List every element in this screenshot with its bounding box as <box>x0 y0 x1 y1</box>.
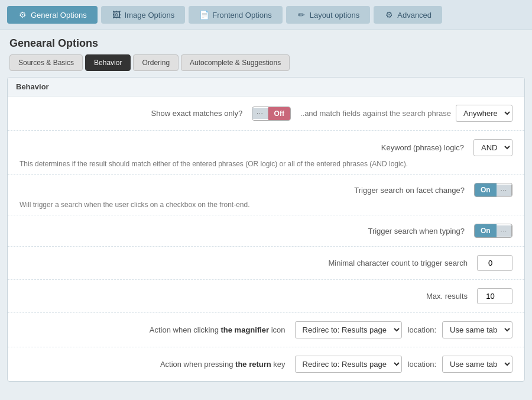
tab-layout-label: Layout options <box>310 11 360 20</box>
sub-tab-behavior[interactable]: Behavior <box>85 54 131 71</box>
toggle-dots-icon: ··· <box>252 108 268 119</box>
keyword-logic-label: Keyword (phrase) logic? <box>20 143 473 152</box>
facet-change-label: Trigger search on facet change? <box>20 186 474 195</box>
match-fields-select[interactable]: Anywhere Exact Beginning <box>456 105 512 122</box>
tab-layout[interactable]: ✏ Layout options <box>286 6 371 24</box>
extra-label: ..and match fields against the search ph… <box>300 109 451 118</box>
min-char-row: Minimal character count to trigger searc… <box>8 247 524 279</box>
image-icon: 🖼 <box>112 10 121 20</box>
tab-image-label: Image Options <box>125 11 175 20</box>
keyword-logic-description: This determines if the result should mat… <box>8 160 524 174</box>
tab-advanced-label: Advanced <box>397 11 432 20</box>
facet-change-description: Will trigger a search when the user clic… <box>8 201 524 215</box>
facet-change-toggle[interactable]: On ··· <box>474 183 512 197</box>
max-results-control <box>477 288 512 304</box>
frontend-icon: 📄 <box>199 10 209 20</box>
layout-icon: ✏ <box>297 10 306 20</box>
max-results-label: Max. results <box>20 292 477 301</box>
tab-frontend[interactable]: 📄 Frontend Options <box>189 6 282 24</box>
return-location-select[interactable]: Use same tab Open new tab <box>442 356 512 373</box>
typing-label: Trigger search when typing? <box>20 227 474 236</box>
return-key-block: Action when pressing the return key Redi… <box>8 347 524 381</box>
sub-tab-autocomplete[interactable]: Autocomplete & Suggestions <box>181 54 290 71</box>
toggle-dots-icon: ··· <box>497 185 512 196</box>
max-results-input[interactable] <box>477 288 512 304</box>
tab-general[interactable]: ⚙ General Options <box>7 6 98 24</box>
min-char-block: Minimal character count to trigger searc… <box>8 247 524 280</box>
min-char-control <box>477 255 512 271</box>
gear-icon: ⚙ <box>18 10 27 20</box>
sub-tab-ordering[interactable]: Ordering <box>133 54 179 71</box>
exact-matches-row: Show exact matches only? ··· Off ..and m… <box>8 96 524 130</box>
max-results-row: Max. results <box>8 280 524 312</box>
magnifier-block: Action when clicking the magnifier icon … <box>8 313 524 347</box>
toggle-on-state: On <box>475 183 497 196</box>
return-location-label: location: <box>408 360 436 369</box>
magnifier-label-suffix: icon <box>269 325 285 334</box>
magnifier-location-label: location: <box>408 325 436 334</box>
magnifier-label-prefix: Action when clicking <box>150 325 221 334</box>
max-results-block: Max. results <box>8 280 524 313</box>
return-label-bold: the return <box>235 360 271 369</box>
typing-row: Trigger search when typing? On ··· <box>8 215 524 246</box>
section-title: Behavior <box>8 78 524 96</box>
tab-frontend-label: Frontend Options <box>212 11 271 20</box>
facet-change-control: On ··· <box>474 183 512 197</box>
magnifier-label: Action when clicking the magnifier icon <box>20 325 295 334</box>
return-label-prefix: Action when pressing <box>160 360 235 369</box>
toggle-on-typing: On <box>475 224 497 237</box>
keyword-logic-select[interactable]: AND OR <box>473 139 512 156</box>
magnifier-action-select[interactable]: Redirec to: Results page Open modal Inli… <box>295 321 402 338</box>
min-char-input[interactable] <box>477 255 512 271</box>
tab-general-label: General Options <box>31 11 87 20</box>
typing-block: Trigger search when typing? On ··· <box>8 215 524 247</box>
toggle-dots-typing-icon: ··· <box>497 225 512 237</box>
magnifier-controls: Redirec to: Results page Open modal Inli… <box>295 321 512 338</box>
sub-tabs: Sources & Basics Behavior Ordering Autoc… <box>0 54 532 77</box>
tab-image[interactable]: 🖼 Image Options <box>101 6 186 24</box>
typing-control: On ··· <box>474 224 512 238</box>
return-key-controls: Redirec to: Results page Open modal Inli… <box>295 356 512 373</box>
magnifier-label-bold: the magnifier <box>220 325 269 334</box>
advanced-icon: ⚙ <box>384 10 394 20</box>
return-key-label: Action when pressing the return key <box>20 360 295 369</box>
tab-advanced[interactable]: ⚙ Advanced <box>374 6 442 24</box>
magnifier-row: Action when clicking the magnifier icon … <box>8 313 524 347</box>
exact-matches-block: Show exact matches only? ··· Off ..and m… <box>8 96 524 131</box>
exact-matches-toggle[interactable]: ··· Off <box>252 107 291 121</box>
top-navigation: ⚙ General Options 🖼 Image Options 📄 Fron… <box>0 0 532 30</box>
main-content: Behavior Show exact matches only? ··· Of… <box>7 77 525 382</box>
exact-matches-control: ··· Off ..and match fields against the s… <box>252 105 512 122</box>
facet-change-block: Trigger search on facet change? On ··· W… <box>8 175 524 215</box>
toggle-off-state: Off <box>268 107 290 120</box>
min-char-label: Minimal character count to trigger searc… <box>20 259 477 267</box>
typing-toggle[interactable]: On ··· <box>474 224 512 238</box>
return-key-row: Action when pressing the return key Redi… <box>8 347 524 381</box>
return-label-suffix: key <box>271 360 286 369</box>
magnifier-location-select[interactable]: Use same tab Open new tab <box>442 321 512 338</box>
exact-matches-label: Show exact matches only? <box>20 109 252 118</box>
return-action-select[interactable]: Redirec to: Results page Open modal Inli… <box>295 356 402 373</box>
page-title: Genearal Options <box>0 30 532 54</box>
keyword-logic-block: Keyword (phrase) logic? AND OR This dete… <box>8 131 524 175</box>
sub-tab-sources[interactable]: Sources & Basics <box>9 54 83 71</box>
keyword-logic-control: AND OR <box>473 139 512 156</box>
